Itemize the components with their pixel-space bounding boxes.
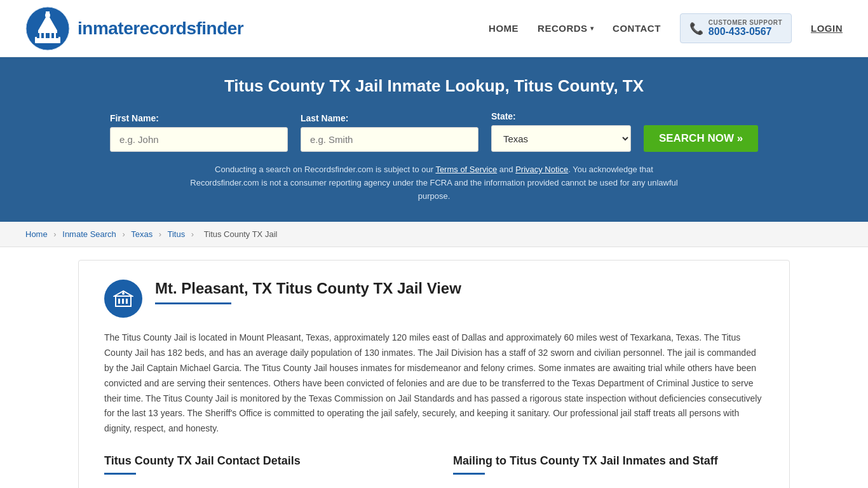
nav-home[interactable]: HOME: [489, 23, 519, 34]
svg-rect-9: [51, 33, 54, 38]
privacy-link[interactable]: Privacy Notice: [515, 165, 568, 174]
logo-icon: [25, 6, 70, 51]
first-name-input[interactable]: [110, 127, 288, 152]
first-name-label: First Name:: [110, 113, 159, 123]
state-group: State: Texas: [491, 111, 631, 152]
tos-link[interactable]: Terms of Service: [435, 165, 497, 174]
logo-bold: finder: [196, 18, 243, 38]
state-select[interactable]: Texas: [491, 125, 631, 152]
login-button[interactable]: LOGIN: [811, 23, 843, 34]
svg-rect-7: [41, 33, 44, 38]
svg-rect-5: [46, 11, 50, 16]
logo-area: inmaterecordsfinder: [25, 6, 243, 51]
svg-rect-17: [123, 291, 124, 294]
contact-underline: [104, 473, 136, 475]
logo-text: inmaterecordsfinder: [78, 18, 243, 39]
chevron-down-icon: ▾: [590, 25, 594, 32]
breadcrumb-separator-4: ›: [191, 229, 194, 239]
svg-rect-13: [118, 299, 120, 304]
breadcrumb-current: Titus County TX Jail: [204, 229, 278, 239]
title-underline: [155, 302, 231, 304]
facility-title-area: Mt. Pleasant, TX Titus County TX Jail Vi…: [155, 280, 461, 304]
nav-records[interactable]: RECORDS ▾: [538, 23, 593, 34]
svg-rect-6: [37, 33, 39, 38]
breadcrumb-separator-1: ›: [53, 229, 56, 239]
header: inmaterecordsfinder HOME RECORDS ▾ CONTA…: [0, 0, 868, 57]
first-name-group: First Name:: [110, 113, 288, 152]
breadcrumb-titus[interactable]: Titus: [168, 229, 186, 239]
bottom-sections: Titus County TX Jail Contact Details Mai…: [104, 454, 764, 475]
main-content: Mt. Pleasant, TX Titus County TX Jail Vi…: [53, 260, 815, 488]
facility-title: Mt. Pleasant, TX Titus County TX Jail Vi…: [155, 280, 461, 297]
breadcrumb-texas[interactable]: Texas: [131, 229, 153, 239]
search-form: First Name: Last Name: State: Texas SEAR…: [25, 111, 843, 152]
svg-rect-8: [46, 33, 50, 38]
svg-rect-10: [56, 33, 58, 38]
breadcrumb: Home › Inmate Search › Texas › Titus › T…: [0, 222, 868, 247]
last-name-input[interactable]: [301, 127, 478, 152]
mailing-section-title: Mailing to Titus County TX Jail Inmates …: [453, 454, 764, 468]
phone-icon: 📞: [689, 22, 703, 36]
contact-section: Titus County TX Jail Contact Details: [104, 454, 415, 475]
logo-normal: inmaterecords: [78, 18, 196, 38]
customer-support-button[interactable]: 📞 CUSTOMER SUPPORT 800-433-0567: [680, 13, 792, 43]
last-name-label: Last Name:: [301, 113, 348, 123]
last-name-group: Last Name:: [301, 113, 478, 152]
content-card: Mt. Pleasant, TX Titus County TX Jail Vi…: [78, 260, 790, 488]
search-button[interactable]: SEARCH NOW »: [644, 125, 758, 152]
nav: HOME RECORDS ▾ CONTACT 📞 CUSTOMER SUPPOR…: [489, 13, 843, 43]
breadcrumb-inmate-search[interactable]: Inmate Search: [62, 229, 116, 239]
svg-rect-15: [126, 299, 128, 304]
breadcrumb-home[interactable]: Home: [25, 229, 48, 239]
mailing-underline: [453, 473, 485, 475]
facility-icon: [104, 280, 142, 318]
svg-rect-14: [122, 299, 124, 304]
facility-header: Mt. Pleasant, TX Titus County TX Jail Vi…: [104, 280, 764, 318]
support-label: CUSTOMER SUPPORT: [709, 19, 782, 26]
hero-title: Titus County TX Jail Inmate Lookup, Titu…: [25, 76, 843, 96]
contact-section-title: Titus County TX Jail Contact Details: [104, 454, 415, 468]
jail-icon: [113, 288, 133, 309]
support-phone: 800-433-0567: [709, 26, 782, 37]
hero-section: Titus County TX Jail Inmate Lookup, Titu…: [0, 57, 868, 222]
nav-contact[interactable]: CONTACT: [613, 23, 661, 34]
mailing-section: Mailing to Titus County TX Jail Inmates …: [453, 454, 764, 475]
state-label: State:: [491, 111, 516, 121]
breadcrumb-separator-3: ›: [159, 229, 161, 239]
facility-description: The Titus County Jail is located in Moun…: [104, 330, 764, 437]
breadcrumb-separator-2: ›: [122, 229, 125, 239]
disclaimer-text: Conducting a search on Recordsfinder.com…: [186, 163, 682, 203]
